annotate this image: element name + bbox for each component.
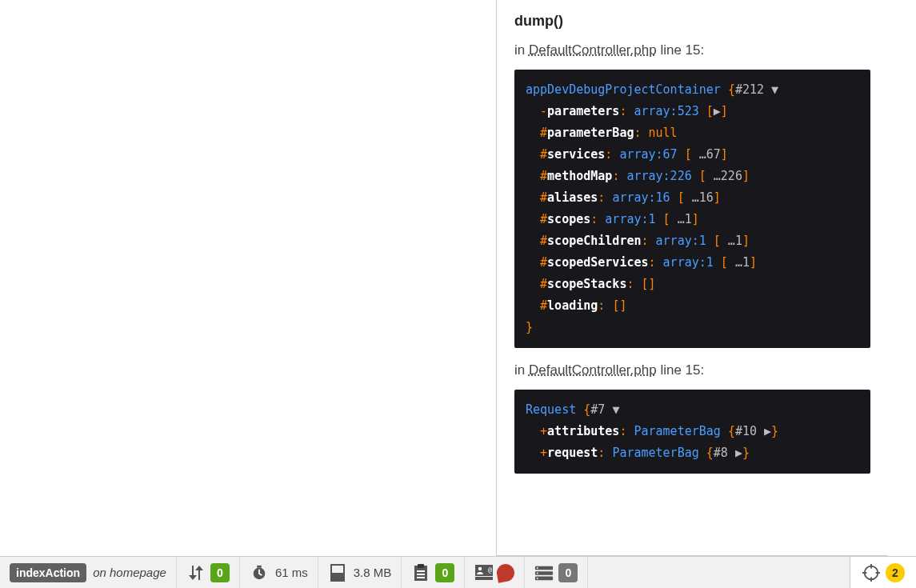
toolbar-memory[interactable]: 3.8 MB [318, 557, 402, 588]
svg-point-17 [537, 572, 538, 574]
loc-prefix-2: in [514, 362, 529, 378]
dump-title: dump() [514, 13, 870, 30]
loc-prefix: in [514, 42, 529, 58]
svg-point-10 [478, 566, 482, 570]
action-name: indexAction [10, 563, 86, 582]
svg-rect-5 [418, 564, 424, 568]
dump-badge: 2 [886, 563, 905, 582]
forms-badge: 0 [435, 563, 454, 582]
svg-rect-1 [257, 565, 262, 567]
stopwatch-icon [250, 563, 269, 582]
clipboard-icon [411, 563, 430, 582]
svg-rect-6 [417, 570, 425, 572]
svg-rect-12 [475, 577, 493, 580]
database-icon [534, 563, 554, 582]
dump-popup[interactable]: dump() in DefaultController.php line 15:… [496, 0, 888, 556]
dump-location-2: in DefaultController.php line 15: [514, 362, 870, 378]
toolbar-dump[interactable]: 2 [850, 557, 916, 588]
loc-suffix: line 15: [657, 42, 705, 58]
route-name: homepage [110, 566, 166, 579]
security-red-icon [496, 562, 516, 582]
svg-point-16 [537, 567, 538, 569]
db-badge: 0 [558, 563, 578, 582]
svg-rect-3 [331, 573, 344, 581]
crosshair-icon [862, 563, 881, 582]
toolbar-requests[interactable]: 0 [177, 557, 240, 588]
dump-file-link-2[interactable]: DefaultController.php [529, 362, 657, 378]
route-label: on homepage [93, 566, 166, 579]
debug-toolbar: indexAction on homepage 0 61 ms 3.8 MB 0… [0, 556, 916, 588]
time-value: 61 ms [275, 566, 308, 579]
svg-rect-8 [417, 577, 425, 578]
svg-text:@: @ [488, 566, 492, 574]
svg-rect-7 [417, 574, 425, 575]
dump-code-2[interactable]: Request {#7 ▼ +attributes: ParameterBag … [514, 390, 870, 474]
toolbar-time[interactable]: 61 ms [240, 557, 318, 588]
user-icon: @ [474, 563, 494, 582]
memory-value: 3.8 MB [354, 566, 392, 579]
toolbar-db[interactable]: 0 [525, 557, 588, 588]
toolbar-forms[interactable]: 0 [402, 557, 465, 588]
dump-code-1[interactable]: appDevDebugProjectContainer {#212 ▼ -par… [514, 70, 870, 348]
route-prefix: on [93, 566, 110, 579]
requests-badge: 0 [210, 563, 230, 582]
dump-file-link-1[interactable]: DefaultController.php [529, 42, 657, 58]
toolbar-security[interactable]: @ [465, 557, 525, 588]
loc-suffix-2: line 15: [657, 362, 705, 378]
toolbar-action-segment[interactable]: indexAction on homepage [0, 557, 177, 588]
svg-point-18 [537, 578, 538, 579]
memory-icon [328, 563, 347, 582]
dump-location-1: in DefaultController.php line 15: [514, 42, 870, 58]
requests-icon [186, 563, 206, 582]
